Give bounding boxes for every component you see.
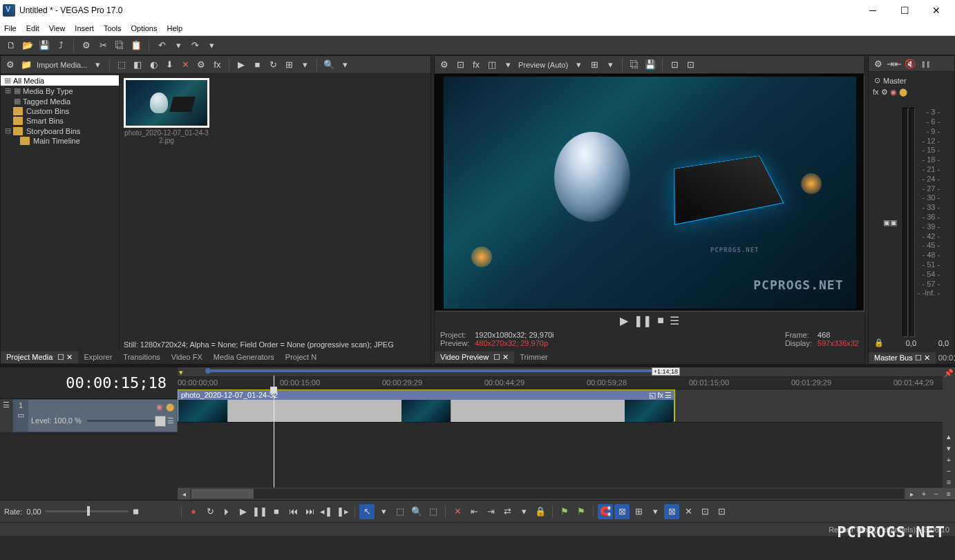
quality-dropdown-icon[interactable]: ▾ — [571, 58, 585, 72]
trim-start-icon[interactable]: ⇤ — [466, 504, 482, 519]
menu-edit[interactable]: Edit — [26, 24, 39, 32]
menu-insert[interactable]: Insert — [75, 24, 94, 32]
add-track-icon[interactable]: + — [947, 456, 951, 464]
open-icon[interactable]: 📂 — [21, 39, 35, 52]
play-icon[interactable]: ▶ — [236, 504, 251, 519]
go-end-icon[interactable]: ⏭ — [302, 504, 317, 519]
rate-slider[interactable] — [46, 510, 129, 512]
close-button[interactable]: ✕ — [920, 0, 952, 21]
search-dropdown-icon[interactable]: ▾ — [338, 58, 352, 72]
playhead[interactable] — [274, 376, 274, 487]
track-lane[interactable]: photo_2020-12-07_01-24-32 ◱ fx ☰ — [178, 389, 943, 423]
undo-icon[interactable]: ↶ — [155, 39, 169, 52]
tab-project-notes[interactable]: Project N — [280, 351, 322, 363]
zoom-in-icon[interactable]: + — [918, 488, 930, 499]
track-header[interactable]: 1 ▭ ◉ ⬤ Level: 100,0 % ☰ — [12, 399, 178, 432]
split-screen-icon[interactable]: ◫ — [485, 58, 499, 72]
toggle-b-icon[interactable]: ⊡ — [683, 58, 697, 72]
remove-track-icon[interactable]: − — [947, 467, 951, 475]
menu-tools[interactable]: Tools — [104, 24, 122, 32]
track-solo-icon[interactable]: ⬤ — [166, 403, 174, 412]
menu-icon[interactable]: ☰ — [670, 314, 679, 327]
toggle-a-icon[interactable]: ⊡ — [668, 58, 681, 72]
clip-menu-icon[interactable]: ☰ — [665, 391, 672, 400]
video-clip[interactable]: photo_2020-12-07_01-24-32 ◱ fx ☰ — [178, 389, 675, 421]
media-grid[interactable]: photo_2020-12-07_01-24-32.jpg Still: 128… — [120, 74, 431, 350]
faders-icon[interactable]: ⫿⫿ — [919, 57, 933, 70]
quantize-icon[interactable]: ⊞ — [631, 504, 646, 519]
media-fx-icon[interactable]: fx — [210, 58, 224, 72]
tree-smart-bins[interactable]: Smart Bins — [1, 116, 119, 126]
import-media-button[interactable]: Import Media... — [37, 61, 87, 69]
record-icon[interactable]: ● — [186, 504, 201, 519]
output-toggle-icon[interactable]: ▣▣ — [883, 218, 897, 227]
master-fx-icon[interactable]: fx — [873, 88, 879, 97]
tab-master-bus[interactable]: Master Bus ☐ ✕ — [869, 352, 936, 364]
play-preview-icon[interactable]: ▶ — [234, 58, 248, 72]
tree-main-timeline[interactable]: Main Timeline — [1, 136, 119, 146]
capture-icon[interactable]: ⬚ — [115, 58, 129, 72]
save-icon[interactable]: 💾 — [37, 39, 51, 52]
marker-icon[interactable]: ▾ — [179, 368, 183, 377]
maximize-button[interactable]: ☐ — [889, 0, 920, 21]
mixer-props-icon[interactable]: ⚙ — [871, 57, 885, 70]
close-icon[interactable]: ☐ ✕ — [493, 353, 509, 361]
tree-all-media[interactable]: ▦All Media — [1, 75, 119, 86]
save-snapshot-icon[interactable]: 💾 — [643, 58, 657, 72]
play-icon[interactable]: ▶ — [620, 314, 628, 327]
dim-icon[interactable]: 🔇 — [903, 57, 917, 70]
normal-edit-icon[interactable]: ↖ — [359, 504, 375, 519]
master-solo-icon[interactable]: ⬤ — [899, 88, 907, 97]
track-list-menu-icon[interactable]: ☰ — [3, 400, 10, 409]
menu-file[interactable]: File — [4, 24, 17, 32]
preview-quality-button[interactable]: Preview (Auto) — [518, 61, 568, 69]
video-fx-icon[interactable]: fx — [469, 58, 483, 72]
crossfade-mode-icon[interactable]: ✕ — [681, 504, 696, 519]
more-icon[interactable]: ⊡ — [714, 504, 729, 519]
cut-icon[interactable]: ✂ — [96, 39, 110, 52]
zoom-out-icon[interactable]: − — [930, 488, 943, 499]
downmix-icon[interactable]: ⇥⇤ — [887, 57, 901, 70]
menu-options[interactable]: Options — [131, 24, 158, 32]
copy-icon[interactable]: ⿻ — [113, 39, 126, 52]
split-dropdown-icon[interactable]: ▾ — [501, 58, 515, 72]
go-start-icon[interactable]: ⏮ — [285, 504, 301, 519]
scroll-up-icon[interactable]: ▴ — [947, 432, 951, 441]
tab-project-media[interactable]: Project Media ☐ ✕ — [1, 351, 78, 363]
fit-icon[interactable]: ≡ — [947, 478, 951, 486]
tab-trimmer[interactable]: Trimmer — [514, 351, 554, 363]
overlays-dropdown-icon[interactable]: ▾ — [603, 58, 617, 72]
stop-icon[interactable]: ■ — [269, 504, 284, 519]
auto-crossfade-icon[interactable]: ⊠ — [664, 504, 679, 519]
play-start-icon[interactable]: ⏵ — [219, 504, 234, 519]
snap-to-events-icon[interactable]: ⊠ — [614, 504, 630, 519]
timecode-display[interactable]: 00:00:15;18 — [0, 367, 178, 399]
level-slider[interactable] — [87, 420, 162, 422]
tab-video-fx[interactable]: Video FX — [166, 351, 208, 363]
import-dropdown-icon[interactable]: ▾ — [91, 58, 104, 72]
paste-icon[interactable]: 📋 — [129, 39, 143, 52]
quantize-dropdown-icon[interactable]: ▾ — [647, 504, 663, 519]
menu-view[interactable]: View — [49, 24, 66, 32]
trim-end-icon[interactable]: ⇥ — [483, 504, 498, 519]
pause-icon[interactable]: ❚❚ — [634, 314, 652, 327]
time-ruler[interactable]: 00:00:00;0000:00:15;0000:00:29;2900:00:4… — [178, 377, 943, 389]
stop-preview-icon[interactable]: ■ — [250, 58, 264, 72]
ignore-grouping-icon[interactable]: ⊡ — [697, 504, 712, 519]
timeline-scrollbar[interactable]: ◂ ▸ + − ≡ — [178, 487, 955, 500]
new-icon[interactable]: 🗋 — [4, 39, 18, 52]
scroll-down-icon[interactable]: ▾ — [947, 444, 951, 453]
timeline-area[interactable]: ▾ +1:14;18 00:00:00;0000:00:15;0000:00:2… — [178, 367, 943, 487]
tab-video-preview[interactable]: Video Preview ☐ ✕ — [435, 351, 514, 363]
track-menu-icon[interactable]: ☰ — [167, 416, 174, 425]
scroll-left-icon[interactable]: ◂ — [178, 488, 190, 499]
close-icon[interactable]: ☐ ✕ — [57, 353, 73, 361]
zoom-fit-icon[interactable]: ≡ — [943, 488, 955, 499]
loop-icon[interactable]: ↻ — [202, 504, 218, 519]
stop-icon[interactable]: ■ — [657, 314, 664, 327]
remove-icon[interactable]: ✕ — [178, 58, 192, 72]
media-props-icon[interactable]: ⚙ — [194, 58, 208, 72]
rate-handle-icon[interactable]: ◼ — [133, 507, 139, 516]
properties-icon[interactable]: ⚙ — [79, 39, 93, 52]
clip-crop-icon[interactable]: ◱ — [649, 391, 656, 400]
